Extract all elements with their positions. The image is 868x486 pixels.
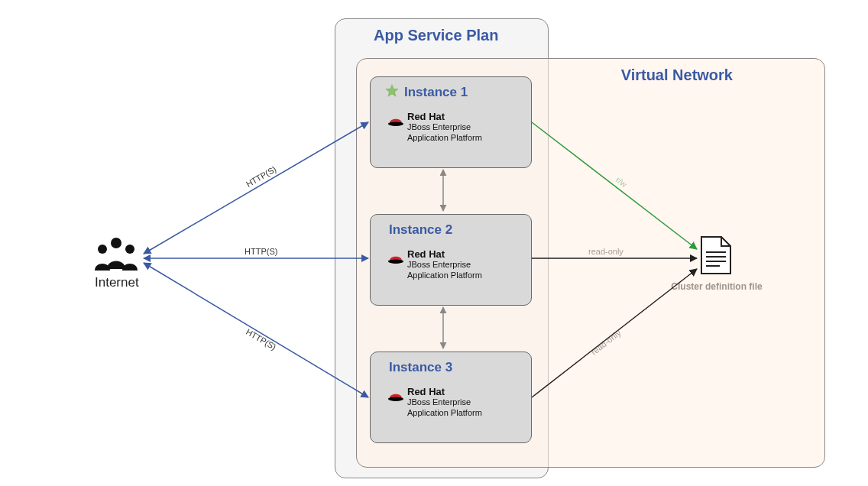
edge-http-3-label: HTTP(S) [245, 327, 278, 352]
svg-point-2 [125, 245, 134, 254]
redhat-icon [387, 114, 404, 128]
instance-2-box: Instance 2 Red Hat JBoss Enterprise Appl… [370, 214, 532, 306]
instance-2-product-2: Application Platform [407, 271, 545, 281]
edge-http-1-label: HTTP(S) [245, 164, 278, 189]
svg-point-0 [111, 238, 121, 248]
internet-label: Internet [95, 275, 139, 290]
instance-2-product-1: JBoss Enterprise [407, 260, 545, 271]
svg-point-1 [98, 245, 107, 254]
instance-1-box: Instance 1 Red Hat JBoss Enterprise Appl… [370, 76, 532, 168]
instance-3-box: Instance 3 Red Hat JBoss Enterprise Appl… [370, 352, 532, 443]
file-icon [700, 235, 732, 278]
edge-http-2-label: HTTP(S) [245, 247, 277, 256]
app-service-plan-title: App Service Plan [374, 27, 498, 44]
virtual-network-title: Virtual Network [621, 66, 733, 84]
instance-1-product-1: JBoss Enterprise [407, 122, 545, 133]
internet-users-icon [92, 235, 141, 275]
instance-3-product-1: JBoss Enterprise [407, 397, 545, 408]
redhat-icon [387, 251, 404, 265]
instance-1-title: Instance 1 [404, 85, 468, 100]
instance-2-title: Instance 2 [389, 222, 452, 238]
star-primary-icon [384, 83, 400, 99]
instance-3-vendor: Red Hat [407, 386, 545, 397]
instance-2-vendor: Red Hat [407, 248, 545, 260]
redhat-icon [387, 389, 404, 403]
instance-3-product-2: Application Platform [407, 408, 545, 419]
instance-1-product-2: Application Platform [407, 133, 545, 144]
diagram-canvas: Virtual Network App Service Plan Interne… [0, 0, 868, 486]
instance-1-vendor: Red Hat [407, 111, 545, 122]
instance-3-title: Instance 3 [389, 360, 452, 375]
